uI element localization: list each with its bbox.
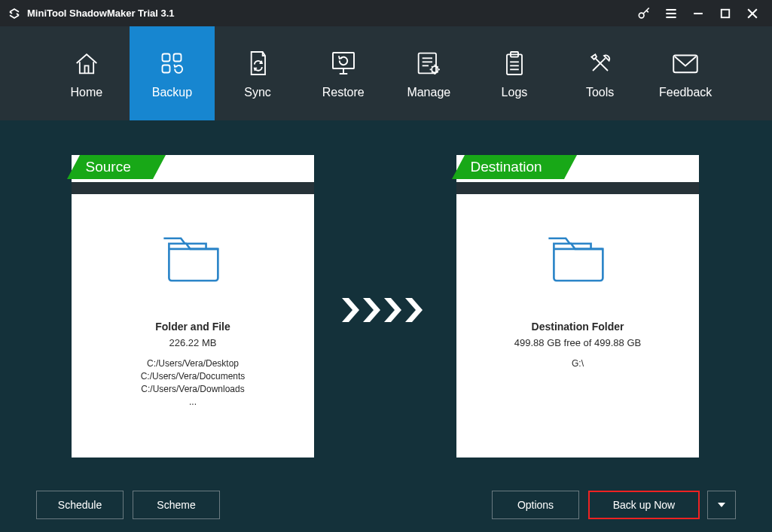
destination-tab: Destination <box>452 155 584 182</box>
schedule-button[interactable]: Schedule <box>36 491 124 519</box>
source-path-more: ... <box>189 396 197 409</box>
nav-label: Backup <box>152 86 192 99</box>
svg-rect-10 <box>163 65 170 72</box>
manage-icon <box>413 48 444 78</box>
svg-rect-11 <box>333 53 354 68</box>
nav-label: Tools <box>586 86 614 99</box>
source-panel[interactable]: Source Folder and File 226.22 MB C:/User… <box>72 155 314 458</box>
arrows-icon <box>342 295 425 325</box>
destination-panel[interactable]: Destination Destination Folder 499.88 GB… <box>456 155 699 458</box>
svg-point-18 <box>432 66 438 72</box>
options-button[interactable]: Options <box>492 491 579 519</box>
maximize-button[interactable] <box>712 0 739 26</box>
main-area: Source Folder and File 226.22 MB C:/User… <box>0 120 772 478</box>
destination-size: 499.88 GB free of 499.88 GB <box>514 337 641 348</box>
backup-dropdown-button[interactable] <box>707 491 736 519</box>
backup-icon <box>157 48 187 78</box>
tools-icon <box>585 48 615 78</box>
source-title: Folder and File <box>155 321 230 333</box>
svg-point-0 <box>639 13 644 18</box>
backup-now-button[interactable]: Back up Now <box>588 491 700 519</box>
nav-label: Sync <box>244 86 271 99</box>
nav-manage[interactable]: Manage <box>386 26 472 120</box>
nav-tools[interactable]: Tools <box>557 26 643 120</box>
nav-logs[interactable]: Logs <box>471 26 557 120</box>
source-path: C:/Users/Vera/Downloads <box>141 383 244 396</box>
feedback-icon <box>670 48 701 78</box>
navbar: Home Backup Sync Restore <box>0 26 772 120</box>
destination-tab-label: Destination <box>471 159 542 175</box>
svg-rect-8 <box>163 53 170 61</box>
logs-icon <box>501 48 528 78</box>
app-title: MiniTool ShadowMaker Trial 3.1 <box>27 8 175 19</box>
source-path: C:/Users/Vera/Documents <box>141 370 246 383</box>
nav-label: Restore <box>322 86 365 99</box>
titlebar: MiniTool ShadowMaker Trial 3.1 <box>0 0 772 26</box>
menu-icon[interactable] <box>658 0 685 26</box>
svg-rect-9 <box>174 53 182 61</box>
close-button[interactable] <box>739 0 766 26</box>
nav-label: Manage <box>407 86 450 99</box>
source-tab-label: Source <box>86 159 131 175</box>
source-tab: Source <box>67 155 200 182</box>
footer: Schedule Scheme Options Back up Now <box>0 478 772 532</box>
source-size: 226.22 MB <box>169 337 217 348</box>
nav-feedback[interactable]: Feedback <box>642 26 728 120</box>
scheme-button[interactable]: Scheme <box>133 491 220 519</box>
nav-label: Home <box>70 86 102 99</box>
source-path: C:/Users/Vera/Desktop <box>147 357 239 370</box>
nav-restore[interactable]: Restore <box>301 26 386 120</box>
nav-home[interactable]: Home <box>44 26 130 120</box>
nav-label: Feedback <box>659 86 712 99</box>
destination-title: Destination Folder <box>532 321 624 333</box>
minimize-button[interactable] <box>685 0 712 26</box>
folder-icon <box>160 232 226 289</box>
nav-sync[interactable]: Sync <box>215 26 301 120</box>
key-icon[interactable] <box>630 0 658 26</box>
restore-icon <box>328 48 359 78</box>
chevron-down-icon <box>717 500 726 509</box>
app-logo-icon <box>8 7 21 20</box>
svg-rect-5 <box>722 9 730 17</box>
nav-label: Logs <box>502 86 528 99</box>
nav-backup[interactable]: Backup <box>130 26 215 120</box>
sync-icon <box>244 48 271 78</box>
home-icon <box>72 48 102 78</box>
folder-icon <box>545 232 611 289</box>
destination-path: G:\ <box>572 357 584 370</box>
svg-rect-14 <box>419 53 436 73</box>
